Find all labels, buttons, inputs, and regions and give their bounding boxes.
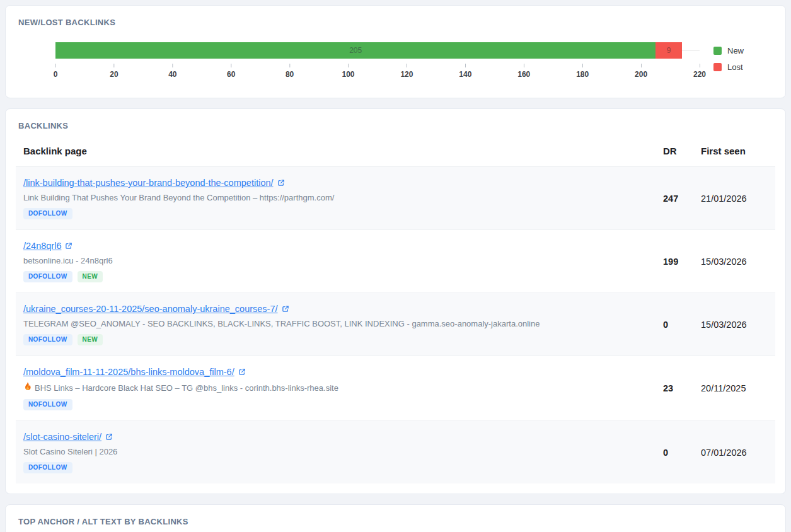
backlink-description: BHS Links – Hardcore Black Hat SEO – TG … bbox=[23, 382, 648, 393]
legend-label-lost: Lost bbox=[727, 62, 743, 72]
backlinks-table-header: Backlink page DR First seen bbox=[16, 139, 775, 166]
backlink-link[interactable]: /ukraine_courses-20-11-2025/seo-anomaly-… bbox=[23, 304, 289, 314]
external-link-icon bbox=[105, 433, 113, 441]
new-lost-backlinks-card: NEW/LOST BACKLINKS 205 9 020406080100120… bbox=[5, 5, 786, 98]
seo-dashboard-page: NEW/LOST BACKLINKS 205 9 020406080100120… bbox=[0, 0, 791, 532]
x-axis-tick: 0 bbox=[54, 64, 58, 79]
tick-label: 100 bbox=[342, 70, 355, 79]
x-axis-tick: 200 bbox=[635, 64, 647, 79]
table-row: /link-building-that-pushes-your-brand-be… bbox=[16, 167, 775, 229]
x-axis-tick: 160 bbox=[517, 64, 530, 79]
backlink-description: Slot Casino Siteleri | 2026 bbox=[23, 447, 648, 456]
badge-dofollow: DOFOLLOW bbox=[23, 271, 72, 282]
legend-item-new[interactable]: New bbox=[713, 46, 777, 55]
first-seen-value: 15/03/2026 bbox=[693, 320, 775, 330]
first-seen-value: 07/01/2026 bbox=[693, 448, 775, 458]
tick-label: 180 bbox=[576, 70, 589, 79]
tick-mark bbox=[289, 64, 290, 67]
tick-label: 80 bbox=[286, 70, 294, 79]
tick-mark bbox=[465, 64, 466, 67]
first-seen-value: 21/01/2026 bbox=[693, 194, 775, 204]
backlink-description-text: BHS Links – Hardcore Black Hat SEO – TG … bbox=[35, 383, 338, 393]
x-axis-tick: 80 bbox=[286, 64, 294, 79]
badge-nofollow: NOFOLLOW bbox=[23, 334, 72, 345]
backlink-description-text: Slot Casino Siteleri | 2026 bbox=[23, 447, 117, 456]
tick-label: 140 bbox=[459, 70, 471, 79]
dr-value: 23 bbox=[655, 383, 693, 393]
legend-swatch-new-icon bbox=[713, 47, 722, 55]
lost-segment-value-label: 9 bbox=[667, 46, 671, 55]
backlink-page-cell: /moldova_film-11-11-2025/bhs-links-moldo… bbox=[16, 366, 655, 410]
backlinks-card: BACKLINKS Backlink page DR First seen /l… bbox=[5, 108, 786, 494]
tick-mark bbox=[55, 64, 56, 67]
tick-mark bbox=[582, 64, 583, 67]
badge-new: NEW bbox=[78, 334, 103, 345]
backlink-link-text: /ukraine_courses-20-11-2025/seo-anomaly-… bbox=[23, 304, 278, 314]
badge-list: DOFOLLOW bbox=[23, 208, 648, 219]
badge-dofollow: DOFOLLOW bbox=[23, 208, 72, 219]
backlink-description: betsonline.icu - 24n8qrl6 bbox=[23, 256, 648, 265]
backlink-description-text: TELEGRAM @SEO_ANOMALY - SEO BACKLINKS, B… bbox=[23, 319, 540, 328]
badge-list: NOFOLLOW bbox=[23, 399, 648, 410]
backlinks-title: BACKLINKS bbox=[6, 109, 785, 130]
backlink-link[interactable]: /slot-casino-siteleri/ bbox=[23, 432, 113, 442]
external-link-icon bbox=[238, 368, 246, 376]
backlink-page-cell: /ukraine_courses-20-11-2025/seo-anomaly-… bbox=[16, 303, 655, 345]
backlinks-table: Backlink page DR First seen /link-buildi… bbox=[16, 139, 775, 483]
legend-item-lost[interactable]: Lost bbox=[713, 62, 777, 72]
x-axis-tick: 220 bbox=[693, 64, 706, 79]
tick-mark bbox=[700, 64, 700, 67]
chart-legend: New Lost bbox=[700, 42, 777, 72]
backlink-link[interactable]: /24n8qrl6 bbox=[23, 241, 72, 251]
backlink-page-cell: /link-building-that-pushes-your-brand-be… bbox=[16, 177, 655, 219]
badge-nofollow: NOFOLLOW bbox=[23, 399, 72, 410]
tick-mark bbox=[524, 64, 524, 67]
tick-label: 20 bbox=[110, 70, 118, 79]
tick-label: 120 bbox=[400, 70, 413, 79]
tick-label: 40 bbox=[168, 70, 176, 79]
tick-mark bbox=[407, 64, 407, 67]
tick-mark bbox=[172, 64, 173, 67]
x-axis-tick: 20 bbox=[110, 64, 118, 79]
external-link-icon bbox=[277, 179, 285, 187]
tick-label: 0 bbox=[54, 70, 58, 79]
badge-dofollow: DOFOLLOW bbox=[23, 462, 72, 473]
backlink-link-text: /link-building-that-pushes-your-brand-be… bbox=[23, 178, 274, 188]
backlink-link-text: /24n8qrl6 bbox=[23, 241, 61, 251]
backlink-page-cell: /24n8qrl6betsonline.icu - 24n8qrl6DOFOLL… bbox=[16, 240, 655, 282]
legend-label-new: New bbox=[727, 46, 744, 55]
backlink-description-text: betsonline.icu - 24n8qrl6 bbox=[23, 256, 113, 265]
badge-list: DOFOLLOWNEW bbox=[23, 271, 648, 282]
tick-label: 220 bbox=[693, 70, 706, 79]
legend-swatch-lost-icon bbox=[713, 63, 722, 71]
badge-list: NOFOLLOWNEW bbox=[23, 334, 648, 345]
first-seen-value: 15/03/2026 bbox=[693, 257, 775, 267]
x-axis-tick: 60 bbox=[227, 64, 235, 79]
top-anchor-card: TOP ANCHOR / ALT TEXT BY BACKLINKS 5/5 R… bbox=[5, 504, 786, 532]
table-row: /ukraine_courses-20-11-2025/seo-anomaly-… bbox=[16, 292, 775, 356]
x-axis-tick: 140 bbox=[459, 64, 471, 79]
backlink-description-text: Link Building That Pushes Your Brand Bey… bbox=[23, 193, 334, 202]
x-axis-tick: 40 bbox=[168, 64, 176, 79]
badge-list: DOFOLLOW bbox=[23, 462, 648, 473]
table-row: /slot-casino-siteleri/Slot Casino Sitele… bbox=[16, 420, 775, 483]
top-anchor-title: TOP ANCHOR / ALT TEXT BY BACKLINKS bbox=[6, 505, 785, 526]
backlink-page-cell: /slot-casino-siteleri/Slot Casino Sitele… bbox=[16, 431, 655, 473]
external-link-icon bbox=[282, 305, 289, 313]
external-link-icon bbox=[65, 242, 72, 250]
stacked-bar: 205 9 bbox=[55, 42, 700, 59]
chart-bar-lost-segment[interactable]: 9 bbox=[655, 42, 682, 59]
dr-value: 199 bbox=[655, 257, 693, 267]
column-header-backlink-page: Backlink page bbox=[16, 146, 655, 156]
table-row: /24n8qrl6betsonline.icu - 24n8qrl6DOFOLL… bbox=[16, 229, 775, 292]
backlink-link[interactable]: /link-building-that-pushes-your-brand-be… bbox=[23, 178, 285, 188]
backlink-link[interactable]: /moldova_film-11-11-2025/bhs-links-moldo… bbox=[23, 367, 246, 377]
column-header-first-seen: First seen bbox=[693, 146, 775, 156]
flame-icon bbox=[23, 382, 32, 393]
backlink-description: TELEGRAM @SEO_ANOMALY - SEO BACKLINKS, B… bbox=[23, 319, 648, 328]
new-segment-value-label: 205 bbox=[349, 46, 362, 55]
new-lost-chart: 205 9 020406080100120140160180200220 New… bbox=[6, 27, 785, 98]
x-axis-tick: 180 bbox=[576, 64, 589, 79]
tick-mark bbox=[348, 64, 349, 67]
chart-bar-new-segment[interactable]: 205 bbox=[55, 42, 655, 59]
